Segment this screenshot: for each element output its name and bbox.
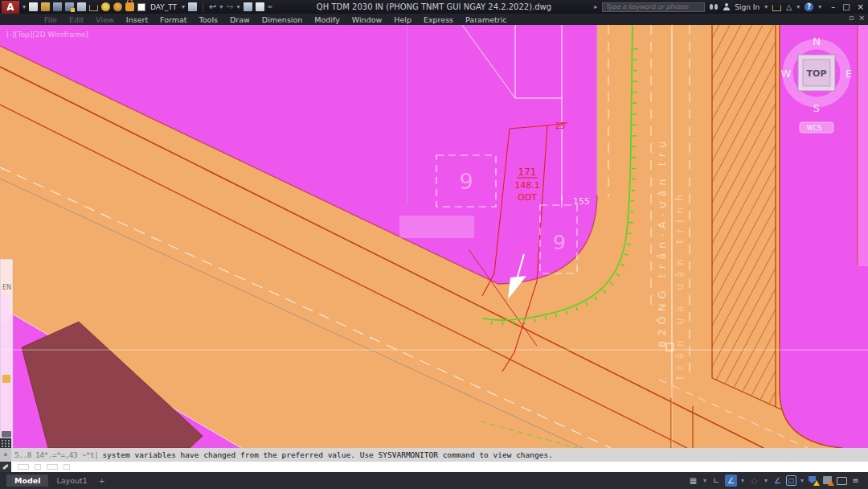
menu-edit[interactable]: Edit [69, 15, 84, 24]
ortho-toggle-icon[interactable]: ∟ [710, 475, 723, 487]
title-bar: A ▾ DAY_TT ▾ ↩ ▾ ↪ ▾ ≡ QH TDM 2030 IN (P… [0, 0, 868, 14]
command-customize-nub[interactable] [0, 462, 11, 472]
autodesk-caret-icon[interactable]: ▾ [796, 3, 800, 10]
search-input[interactable] [603, 3, 704, 10]
compass-north[interactable]: N [813, 35, 821, 47]
help-caret-icon[interactable]: ▾ [818, 3, 821, 10]
layer-dropdown-caret-icon[interactable]: ▾ [182, 3, 185, 10]
menu-window[interactable]: Window [352, 15, 382, 24]
menu-express[interactable]: Express [424, 15, 453, 24]
bulb-orange-icon[interactable] [113, 2, 122, 11]
close-command-icon[interactable]: × [4, 451, 8, 458]
polar-tracking-icon[interactable]: ∠ [725, 475, 737, 487]
drawing-canvas[interactable]: 25 171 148.1 ODT 155 9 9 82ÔNG trần-A-ựậ… [0, 25, 868, 448]
block-number-left: 9 [459, 169, 473, 194]
autocad-window: A ▾ DAY_TT ▾ ↩ ▾ ↪ ▾ ≡ QH TDM 2030 IN (P… [0, 0, 868, 489]
street-name-text-1: 82ÔNG trần-A-ựận trụ [656, 137, 668, 347]
layer-color-swatch[interactable] [137, 3, 145, 11]
search-binoculars-icon[interactable] [710, 4, 718, 10]
save-icon[interactable] [53, 2, 62, 11]
compass-south[interactable]: S [813, 102, 820, 114]
object-snap-icon[interactable]: □ [786, 475, 796, 486]
redo-icon[interactable]: ↪ [226, 2, 233, 11]
sign-in-link[interactable]: Sign In [735, 3, 760, 11]
selection-highlight [399, 216, 474, 238]
menu-tools[interactable]: Tools [199, 15, 218, 24]
map-drawing[interactable]: 25 171 148.1 ODT 155 9 9 82ÔNG trần-A-ựậ… [0, 25, 868, 448]
compass-east[interactable]: E [845, 68, 852, 80]
app-logo-letter: A [6, 2, 14, 13]
viewcube-top-label[interactable]: TOP [807, 68, 827, 79]
street-name-text-2: trận ựa ưận trịnh [674, 188, 686, 380]
annotation-visibility-icon[interactable] [822, 475, 834, 487]
command-input-bar[interactable] [0, 462, 868, 472]
grid-caret-icon[interactable]: ▾ [702, 475, 708, 487]
osnap-tracking-icon[interactable]: ∠ [772, 475, 784, 487]
side-palette[interactable]: EN [0, 259, 13, 448]
command-close-nub[interactable]: × [0, 448, 11, 462]
command-drag-handle[interactable] [0, 438, 11, 448]
open-file-icon[interactable] [41, 2, 50, 11]
new-layout-button[interactable]: + [96, 475, 108, 487]
minimize-button[interactable]: – [831, 2, 835, 11]
autodesk-app-icon[interactable]: △ [786, 3, 792, 11]
palette-label: EN [2, 284, 11, 291]
menu-insert[interactable]: Insert [126, 15, 148, 24]
isodraft-icon[interactable]: ◇ [748, 475, 760, 487]
current-layer-name[interactable]: DAY_TT [149, 3, 178, 11]
close-button[interactable]: × [858, 2, 864, 11]
clean-screen-icon[interactable] [837, 477, 847, 485]
menu-bar: File Edit View Insert Format Tools Draw … [0, 14, 868, 25]
compass-west[interactable]: W [781, 68, 792, 80]
search-field [602, 2, 705, 12]
menu-file[interactable]: File [44, 15, 57, 24]
annotation-scale-warning-icon[interactable] [808, 475, 820, 487]
maximize-button[interactable]: □ [842, 2, 850, 11]
wcs-label[interactable]: WCS [807, 125, 822, 132]
layer-properties-icon[interactable] [188, 2, 197, 11]
user-icon[interactable] [723, 3, 730, 10]
store-cart-icon[interactable] [772, 5, 781, 11]
app-menu-button[interactable]: A [2, 1, 19, 14]
menu-help[interactable]: Help [394, 15, 411, 24]
unlock-icon[interactable] [125, 2, 134, 11]
customization-menu-icon[interactable]: ≡ [850, 475, 862, 487]
search-expand-icon[interactable]: ▸ [594, 3, 597, 10]
isodraft-caret-icon[interactable]: ▾ [763, 475, 769, 487]
redo-caret-icon[interactable]: ▾ [237, 3, 240, 10]
print-icon[interactable] [244, 2, 252, 11]
drawing-restore-icon[interactable]: ▫ [849, 14, 854, 22]
viewport-control[interactable]: [-][Top][2D Wireframe] [6, 31, 88, 39]
sign-in-caret-icon[interactable]: ▾ [764, 3, 768, 10]
menu-dimension[interactable]: Dimension [262, 15, 303, 24]
menu-parametric[interactable]: Parametric [465, 15, 506, 24]
sysvar-message: system variables have changed from the p… [102, 450, 553, 459]
bulb-yellow-icon[interactable] [101, 2, 110, 11]
osnap-caret-icon[interactable]: ▾ [799, 475, 805, 487]
tab-layout1[interactable]: Layout1 [48, 475, 95, 487]
palette-note-icon[interactable] [2, 375, 10, 383]
menu-draw[interactable]: Draw [230, 15, 250, 24]
menu-modify[interactable]: Modify [314, 15, 339, 24]
undo-caret-icon[interactable]: ▾ [219, 3, 223, 10]
cart-icon[interactable] [89, 5, 98, 11]
grid-toggle-icon[interactable]: ▦ [687, 475, 699, 487]
app-menu-caret-icon[interactable]: ▾ [23, 3, 26, 10]
qat-customize-icon[interactable]: ≡ [268, 3, 273, 10]
menu-format[interactable]: Format [160, 15, 186, 24]
polar-caret-icon[interactable]: ▾ [739, 475, 746, 487]
palette-keyboard-icon[interactable] [2, 431, 11, 438]
undo-icon[interactable]: ↩ [209, 2, 216, 11]
plot-icon[interactable] [77, 2, 86, 11]
message-prefix-noise: 5..8 14*.=*=,43 ~*t| [14, 450, 98, 459]
new-file-icon[interactable] [29, 2, 38, 11]
dim-label-155: 155 [573, 196, 590, 207]
sheet-set-icon[interactable] [256, 2, 264, 11]
toolbar-separator [203, 2, 203, 12]
save-as-icon[interactable] [65, 2, 74, 11]
zone-light-strip [858, 25, 868, 266]
tab-model[interactable]: Model [6, 475, 48, 487]
drawing-close-icon[interactable]: × [858, 14, 865, 22]
help-icon[interactable]: ? [805, 2, 813, 11]
menu-view[interactable]: View [96, 15, 114, 24]
